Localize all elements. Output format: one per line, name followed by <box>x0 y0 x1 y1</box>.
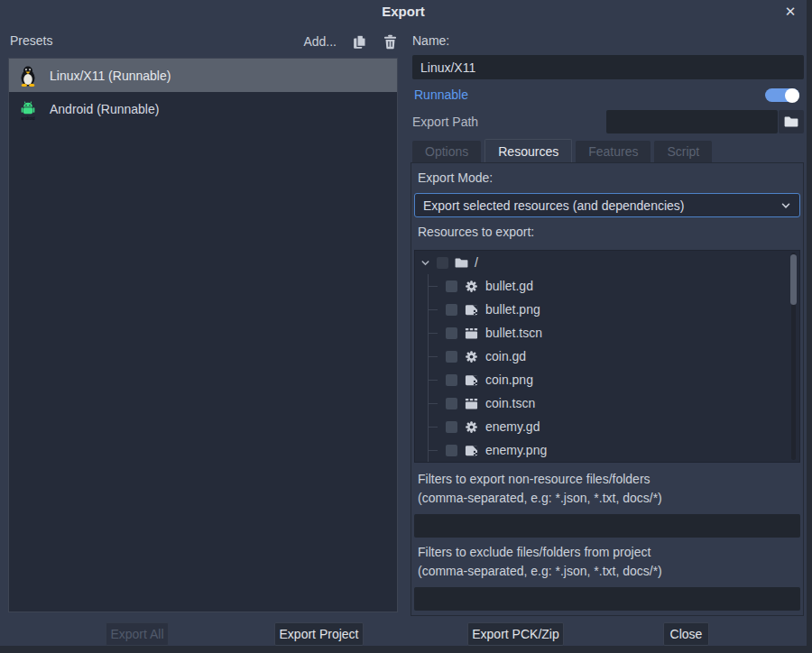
add-preset-button[interactable]: Add... <box>303 34 337 49</box>
chevron-down-icon <box>780 200 791 211</box>
tab-resources[interactable]: Resources <box>484 139 572 163</box>
titlebar: Export ✕ <box>0 0 807 25</box>
svg-text:android: android <box>21 115 35 120</box>
tree-row[interactable]: bullet.tscn <box>415 321 799 345</box>
export-project-button[interactable]: Export Project <box>274 622 364 646</box>
tree-row[interactable]: enemy.gd <box>415 415 799 438</box>
checkbox-root[interactable] <box>437 257 448 269</box>
tree-row[interactable]: coin.png <box>415 368 799 391</box>
checkbox[interactable] <box>446 445 457 456</box>
tab-bar: Options Resources Features Script <box>412 139 712 163</box>
preset-item-label: Linux/X11 (Runnable) <box>50 69 171 83</box>
preset-item-label: Android (Runnable) <box>50 102 159 116</box>
presets-header: Presets Add... <box>10 33 398 50</box>
tab-features[interactable]: Features <box>576 141 651 163</box>
resources-to-export-label: Resources to export: <box>418 225 534 239</box>
tree-expand-icon[interactable] <box>420 258 430 268</box>
image-icon <box>465 373 478 387</box>
image-icon <box>465 303 478 317</box>
checkbox[interactable] <box>446 351 457 363</box>
script-icon <box>465 350 478 363</box>
tree-row-label: coin.gd <box>485 349 526 363</box>
presets-label: Presets <box>10 33 52 48</box>
delete-preset-button[interactable] <box>382 33 398 50</box>
duplicate-icon <box>352 34 367 50</box>
checkbox[interactable] <box>446 304 457 316</box>
tab-script[interactable]: Script <box>654 141 712 163</box>
exclude-filters-hint: (comma-separated, e.g: *.json, *.txt, do… <box>418 564 662 578</box>
tree-row-label: coin.tscn <box>485 396 535 410</box>
folder-icon <box>784 115 798 129</box>
trash-icon <box>383 34 398 50</box>
export-mode-label: Export Mode: <box>418 170 493 185</box>
name-label: Name: <box>412 33 449 48</box>
script-icon <box>465 420 478 434</box>
browse-path-button[interactable] <box>779 110 804 133</box>
android-icon: android <box>16 97 40 121</box>
close-icon[interactable]: ✕ <box>781 3 799 21</box>
tree-row[interactable]: enemy.png <box>415 438 799 462</box>
tree-row[interactable]: coin.tscn <box>415 391 799 415</box>
resource-tree: / bullet.gd bullet.png bullet.tscn coin.… <box>414 250 800 463</box>
checkbox[interactable] <box>446 281 457 292</box>
preset-item-android[interactable]: android Android (Runnable) <box>9 92 397 125</box>
tree-row[interactable]: bullet.gd <box>415 274 799 298</box>
export-path-input[interactable] <box>606 110 778 133</box>
tree-row-label: coin.png <box>485 372 533 387</box>
script-icon <box>465 280 478 293</box>
tree-row-label: bullet.png <box>485 302 540 317</box>
name-input[interactable]: Linux/X11 <box>412 55 804 79</box>
checkbox[interactable] <box>446 398 457 409</box>
tree-row-label: / <box>475 255 478 270</box>
scrollbar-thumb[interactable] <box>790 254 797 305</box>
export-mode-select[interactable]: Export selected resources (and dependenc… <box>414 193 800 217</box>
tree-row-label: bullet.tscn <box>485 326 542 340</box>
name-input-value: Linux/X11 <box>420 60 475 75</box>
export-all-button[interactable]: Export All <box>106 622 169 646</box>
linux-tux-icon <box>16 64 40 87</box>
export-dialog: Export ✕ Presets Add... <box>0 0 807 646</box>
close-button[interactable]: Close <box>663 622 709 646</box>
checkbox[interactable] <box>446 421 457 433</box>
preset-item-linux[interactable]: Linux/X11 (Runnable) <box>9 59 397 92</box>
include-filters-input[interactable] <box>414 514 800 538</box>
checkbox[interactable] <box>446 374 457 386</box>
include-filters-label: Filters to export non-resource files/fol… <box>418 472 651 486</box>
checkbox[interactable] <box>446 327 457 339</box>
runnable-label: Runnable <box>414 87 468 102</box>
scene-icon <box>465 397 478 410</box>
duplicate-preset-button[interactable] <box>351 33 367 50</box>
runnable-toggle[interactable] <box>765 88 799 102</box>
scene-icon <box>465 326 478 340</box>
tree-row-root[interactable]: / <box>415 251 799 274</box>
export-mode-value: Export selected resources (and dependenc… <box>423 198 685 213</box>
tab-options[interactable]: Options <box>412 141 481 163</box>
dialog-title: Export <box>0 4 807 19</box>
exclude-filters-label: Filters to exclude files/folders from pr… <box>418 545 651 559</box>
exclude-filters-input[interactable] <box>414 587 800 611</box>
image-icon <box>465 444 478 457</box>
tree-row-label: bullet.gd <box>485 279 533 293</box>
tree-row-label: enemy.png <box>485 443 547 457</box>
tree-row-label: enemy.gd <box>485 419 540 434</box>
toggle-knob <box>785 88 799 103</box>
folder-icon <box>455 256 468 270</box>
editor-backdrop: Export ✕ Presets Add... <box>0 0 812 653</box>
tree-row[interactable]: bullet.png <box>415 298 799 321</box>
export-path-label: Export Path <box>412 115 478 129</box>
presets-list: Linux/X11 (Runnable) android Android (Ru… <box>8 58 398 612</box>
tree-row[interactable]: coin.gd <box>415 345 799 368</box>
include-filters-hint: (comma-separated, e.g: *.json, *.txt, do… <box>418 491 662 505</box>
export-pck-zip-button[interactable]: Export PCK/Zip <box>467 622 564 646</box>
